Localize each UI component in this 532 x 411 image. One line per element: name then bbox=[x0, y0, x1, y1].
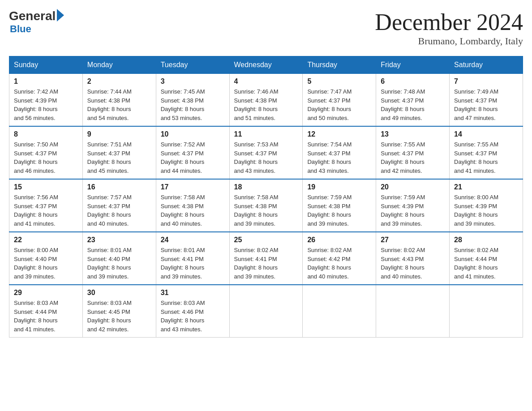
calendar-cell: 16 Sunrise: 7:57 AMSunset: 4:37 PMDaylig… bbox=[82, 179, 156, 232]
calendar-cell: 2 Sunrise: 7:44 AMSunset: 4:38 PMDayligh… bbox=[82, 74, 156, 127]
day-number: 30 bbox=[87, 289, 151, 297]
calendar-cell bbox=[229, 285, 303, 338]
day-number: 7 bbox=[454, 77, 518, 86]
day-number: 12 bbox=[307, 130, 371, 138]
day-info: Sunrise: 7:51 AMSunset: 4:37 PMDaylight:… bbox=[87, 140, 151, 175]
day-number: 29 bbox=[14, 289, 78, 297]
calendar-cell: 13 Sunrise: 7:55 AMSunset: 4:37 PMDaylig… bbox=[376, 126, 450, 179]
weekday-header-row: SundayMondayTuesdayWednesdayThursdayFrid… bbox=[9, 56, 523, 74]
day-info: Sunrise: 7:48 AMSunset: 4:37 PMDaylight:… bbox=[381, 87, 445, 122]
calendar-cell: 10 Sunrise: 7:52 AMSunset: 4:37 PMDaylig… bbox=[156, 126, 229, 179]
day-number: 5 bbox=[307, 77, 371, 86]
day-info: Sunrise: 7:54 AMSunset: 4:37 PMDaylight:… bbox=[307, 140, 371, 175]
calendar-cell: 31 Sunrise: 8:03 AMSunset: 4:46 PMDaylig… bbox=[156, 285, 229, 338]
calendar-cell: 19 Sunrise: 7:59 AMSunset: 4:38 PMDaylig… bbox=[303, 179, 376, 232]
day-number: 24 bbox=[161, 236, 225, 244]
month-title: December 2024 bbox=[375, 9, 523, 35]
day-info: Sunrise: 8:02 AMSunset: 4:41 PMDaylight:… bbox=[234, 246, 298, 281]
day-info: Sunrise: 7:53 AMSunset: 4:37 PMDaylight:… bbox=[234, 140, 298, 175]
day-number: 26 bbox=[307, 236, 371, 244]
calendar-cell: 22 Sunrise: 8:00 AMSunset: 4:40 PMDaylig… bbox=[9, 232, 83, 285]
day-info: Sunrise: 8:02 AMSunset: 4:44 PMDaylight:… bbox=[454, 246, 518, 281]
calendar-cell: 20 Sunrise: 7:59 AMSunset: 4:39 PMDaylig… bbox=[376, 179, 450, 232]
calendar-cell: 17 Sunrise: 7:58 AMSunset: 4:38 PMDaylig… bbox=[156, 179, 229, 232]
weekday-header-wednesday: Wednesday bbox=[229, 56, 303, 74]
day-number: 27 bbox=[381, 236, 445, 244]
day-number: 1 bbox=[14, 77, 78, 86]
calendar-cell: 1 Sunrise: 7:42 AMSunset: 4:39 PMDayligh… bbox=[9, 74, 83, 127]
day-info: Sunrise: 8:01 AMSunset: 4:41 PMDaylight:… bbox=[161, 246, 225, 281]
day-info: Sunrise: 7:55 AMSunset: 4:37 PMDaylight:… bbox=[381, 140, 445, 175]
logo-blue-line: Blue bbox=[10, 23, 31, 35]
calendar-cell: 28 Sunrise: 8:02 AMSunset: 4:44 PMDaylig… bbox=[450, 232, 523, 285]
day-info: Sunrise: 8:00 AMSunset: 4:39 PMDaylight:… bbox=[454, 193, 518, 228]
calendar-cell: 9 Sunrise: 7:51 AMSunset: 4:37 PMDayligh… bbox=[82, 126, 156, 179]
day-info: Sunrise: 7:59 AMSunset: 4:38 PMDaylight:… bbox=[307, 193, 371, 228]
calendar-cell: 26 Sunrise: 8:02 AMSunset: 4:42 PMDaylig… bbox=[303, 232, 376, 285]
day-info: Sunrise: 8:03 AMSunset: 4:45 PMDaylight:… bbox=[87, 299, 151, 334]
day-number: 9 bbox=[87, 130, 151, 138]
day-info: Sunrise: 7:55 AMSunset: 4:37 PMDaylight:… bbox=[454, 140, 518, 175]
day-info: Sunrise: 7:58 AMSunset: 4:38 PMDaylight:… bbox=[161, 193, 225, 228]
day-info: Sunrise: 7:46 AMSunset: 4:38 PMDaylight:… bbox=[234, 87, 298, 122]
day-number: 2 bbox=[87, 77, 151, 86]
day-number: 23 bbox=[87, 236, 151, 244]
calendar-cell: 21 Sunrise: 8:00 AMSunset: 4:39 PMDaylig… bbox=[450, 179, 523, 232]
day-info: Sunrise: 7:42 AMSunset: 4:39 PMDaylight:… bbox=[14, 87, 78, 122]
day-info: Sunrise: 7:49 AMSunset: 4:37 PMDaylight:… bbox=[454, 87, 518, 122]
day-info: Sunrise: 8:02 AMSunset: 4:42 PMDaylight:… bbox=[307, 246, 371, 281]
week-row-4: 22 Sunrise: 8:00 AMSunset: 4:40 PMDaylig… bbox=[9, 232, 523, 285]
day-number: 21 bbox=[454, 183, 518, 191]
calendar-cell: 27 Sunrise: 8:02 AMSunset: 4:43 PMDaylig… bbox=[376, 232, 450, 285]
day-info: Sunrise: 8:01 AMSunset: 4:40 PMDaylight:… bbox=[87, 246, 151, 281]
calendar-cell: 12 Sunrise: 7:54 AMSunset: 4:37 PMDaylig… bbox=[303, 126, 376, 179]
day-info: Sunrise: 8:03 AMSunset: 4:46 PMDaylight:… bbox=[161, 299, 225, 334]
week-row-3: 15 Sunrise: 7:56 AMSunset: 4:37 PMDaylig… bbox=[9, 179, 523, 232]
location-title: Brumano, Lombardy, Italy bbox=[375, 35, 523, 47]
calendar-table: SundayMondayTuesdayWednesdayThursdayFrid… bbox=[9, 56, 523, 338]
day-number: 11 bbox=[234, 130, 298, 138]
day-info: Sunrise: 7:47 AMSunset: 4:37 PMDaylight:… bbox=[307, 87, 371, 122]
day-number: 13 bbox=[381, 130, 445, 138]
weekday-header-tuesday: Tuesday bbox=[156, 56, 229, 74]
day-info: Sunrise: 7:50 AMSunset: 4:37 PMDaylight:… bbox=[14, 140, 78, 175]
day-number: 20 bbox=[381, 183, 445, 191]
day-info: Sunrise: 8:02 AMSunset: 4:43 PMDaylight:… bbox=[381, 246, 445, 281]
calendar-cell: 6 Sunrise: 7:48 AMSunset: 4:37 PMDayligh… bbox=[376, 74, 450, 127]
day-number: 16 bbox=[87, 183, 151, 191]
week-row-1: 1 Sunrise: 7:42 AMSunset: 4:39 PMDayligh… bbox=[9, 74, 523, 127]
calendar-cell: 25 Sunrise: 8:02 AMSunset: 4:41 PMDaylig… bbox=[229, 232, 303, 285]
day-info: Sunrise: 7:59 AMSunset: 4:39 PMDaylight:… bbox=[381, 193, 445, 228]
day-number: 8 bbox=[14, 130, 78, 138]
weekday-header-monday: Monday bbox=[82, 56, 156, 74]
weekday-header-friday: Friday bbox=[376, 56, 450, 74]
logo-general-text: General bbox=[9, 9, 56, 23]
calendar-cell: 30 Sunrise: 8:03 AMSunset: 4:45 PMDaylig… bbox=[82, 285, 156, 338]
calendar-cell: 23 Sunrise: 8:01 AMSunset: 4:40 PMDaylig… bbox=[82, 232, 156, 285]
day-number: 15 bbox=[14, 183, 78, 191]
day-number: 19 bbox=[307, 183, 371, 191]
calendar-cell: 11 Sunrise: 7:53 AMSunset: 4:37 PMDaylig… bbox=[229, 126, 303, 179]
weekday-header-saturday: Saturday bbox=[450, 56, 523, 74]
week-row-2: 8 Sunrise: 7:50 AMSunset: 4:37 PMDayligh… bbox=[9, 126, 523, 179]
weekday-header-sunday: Sunday bbox=[9, 56, 83, 74]
day-number: 10 bbox=[161, 130, 225, 138]
day-number: 14 bbox=[454, 130, 518, 138]
calendar-cell: 5 Sunrise: 7:47 AMSunset: 4:37 PMDayligh… bbox=[303, 74, 376, 127]
calendar-cell bbox=[450, 285, 523, 338]
day-info: Sunrise: 7:45 AMSunset: 4:38 PMDaylight:… bbox=[161, 87, 225, 122]
week-row-5: 29 Sunrise: 8:03 AMSunset: 4:44 PMDaylig… bbox=[9, 285, 523, 338]
day-number: 22 bbox=[14, 236, 78, 244]
day-info: Sunrise: 7:52 AMSunset: 4:37 PMDaylight:… bbox=[161, 140, 225, 175]
calendar-cell: 29 Sunrise: 8:03 AMSunset: 4:44 PMDaylig… bbox=[9, 285, 83, 338]
calendar-cell: 14 Sunrise: 7:55 AMSunset: 4:37 PMDaylig… bbox=[450, 126, 523, 179]
day-number: 28 bbox=[454, 236, 518, 244]
calendar-cell: 18 Sunrise: 7:58 AMSunset: 4:38 PMDaylig… bbox=[229, 179, 303, 232]
logo: General Blue bbox=[9, 9, 66, 35]
day-number: 3 bbox=[161, 77, 225, 86]
calendar-cell: 24 Sunrise: 8:01 AMSunset: 4:41 PMDaylig… bbox=[156, 232, 229, 285]
day-info: Sunrise: 7:57 AMSunset: 4:37 PMDaylight:… bbox=[87, 193, 151, 228]
day-number: 31 bbox=[161, 289, 225, 297]
day-number: 4 bbox=[234, 77, 298, 86]
day-info: Sunrise: 7:44 AMSunset: 4:38 PMDaylight:… bbox=[87, 87, 151, 122]
